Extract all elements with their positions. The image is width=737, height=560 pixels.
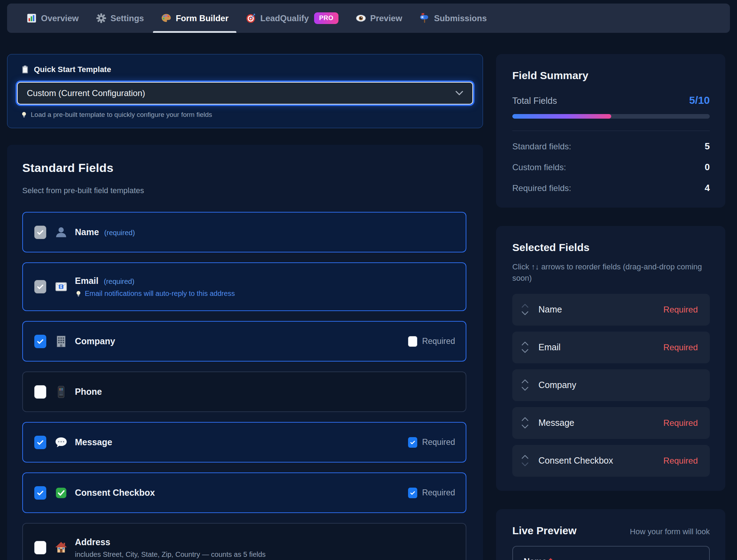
summary-row-value: 5 — [705, 141, 710, 152]
required-checkbox[interactable] — [408, 437, 417, 448]
move-up-button[interactable] — [521, 417, 529, 421]
summary-row: Required fields: 4 — [512, 183, 710, 193]
total-fields-label: Total Fields — [512, 96, 557, 106]
gear-icon — [96, 13, 107, 24]
field-card-address[interactable]: Address includes Street, City, State, Zi… — [22, 523, 466, 560]
speech-bubble-icon — [54, 436, 68, 449]
template-select[interactable]: Custom (Current Configuration) — [17, 82, 473, 105]
chevron-down-icon — [521, 424, 529, 429]
total-fields-value: 5/10 — [689, 94, 710, 106]
field-checkbox[interactable] — [34, 436, 46, 449]
tab-label: Form Builder — [176, 13, 228, 23]
selected-item-label: Message — [538, 418, 574, 428]
move-up-button — [521, 304, 529, 308]
palette-icon — [161, 13, 172, 24]
field-text: Company — [75, 336, 115, 346]
chevron-down-icon — [521, 349, 529, 353]
field-checkbox[interactable] — [34, 385, 46, 399]
reorder-arrows — [521, 455, 529, 466]
tab-submissions[interactable]: Submissions — [411, 4, 495, 33]
chevron-up-icon — [521, 341, 529, 346]
required-checkbox[interactable] — [408, 336, 417, 347]
chevron-up-icon — [521, 417, 529, 421]
field-checkbox-disabled — [34, 226, 46, 239]
required-label: Required — [422, 336, 455, 346]
check-icon — [36, 228, 45, 237]
selected-fields-subtitle: Click ↑↓ arrows to reorder fields (drag-… — [512, 261, 710, 284]
tab-preview[interactable]: Preview — [347, 4, 411, 33]
clipboard-icon — [20, 65, 30, 74]
selected-item-email: Email Required — [512, 332, 710, 363]
move-down-button[interactable] — [521, 424, 529, 429]
reorder-arrows — [521, 304, 529, 315]
field-card-message[interactable]: Message Required — [22, 422, 466, 463]
move-down-button[interactable] — [521, 311, 529, 315]
chevron-up-icon — [521, 455, 529, 459]
field-label: Address — [75, 537, 110, 547]
bulb-icon — [20, 111, 28, 118]
bulb-icon — [75, 290, 82, 297]
preview-field-label: Name* — [524, 556, 698, 560]
reorder-arrows — [521, 417, 529, 429]
field-checkbox[interactable] — [34, 335, 46, 348]
selected-item-consent: Consent Checkbox Required — [512, 445, 710, 477]
page-body: Quick Start Template Custom (Current Con… — [0, 33, 737, 560]
tab-form-builder[interactable]: Form Builder — [152, 4, 237, 33]
selected-item-label: Email — [538, 342, 561, 352]
check-icon — [409, 490, 416, 496]
live-preview-title: Live Preview — [512, 525, 577, 537]
required-badge: Required — [664, 305, 698, 315]
target-icon — [246, 13, 257, 24]
field-card-company[interactable]: Company Required — [22, 321, 466, 362]
chevron-down-icon — [521, 311, 529, 315]
field-checkbox-disabled — [34, 280, 46, 293]
tab-leadqualify[interactable]: LeadQualify PRO — [237, 4, 347, 33]
move-down-button[interactable] — [521, 349, 529, 353]
move-up-button[interactable] — [521, 455, 529, 459]
field-text: Address includes Street, City, State, Zi… — [75, 537, 266, 559]
field-checkbox[interactable] — [34, 486, 46, 500]
summary-row-value: 0 — [705, 162, 710, 173]
standard-fields-subtitle: Select from pre-built field templates — [22, 186, 466, 195]
move-up-button[interactable] — [521, 379, 529, 383]
divider — [512, 131, 710, 131]
field-checkbox[interactable] — [34, 541, 46, 554]
field-card-phone[interactable]: Phone — [22, 371, 466, 412]
field-card-email[interactable]: Email (required) Email notifications wil… — [22, 262, 466, 311]
green-check-icon — [54, 486, 68, 500]
mailbox-icon — [419, 13, 430, 24]
required-badge: Required — [664, 342, 698, 352]
field-hint: Email notifications will auto-reply to t… — [75, 290, 235, 298]
move-up-button[interactable] — [521, 341, 529, 346]
required-checkbox[interactable] — [408, 488, 417, 498]
selected-fields-title: Selected Fields — [512, 242, 710, 254]
fields-progress-bar — [512, 114, 710, 119]
chevron-down-icon — [521, 387, 529, 391]
required-toggle-group: Required — [408, 488, 455, 498]
quick-start-hint: Load a pre-built template to quickly con… — [20, 111, 473, 119]
field-card-consent[interactable]: Consent Checkbox Required — [22, 472, 466, 513]
chevron-down-icon — [521, 462, 529, 466]
eye-icon — [355, 13, 366, 24]
summary-row-label: Required fields: — [512, 183, 571, 193]
move-down-button[interactable] — [521, 387, 529, 391]
check-icon — [36, 337, 45, 346]
field-label: Name — [75, 227, 99, 237]
selected-item-label: Name — [538, 304, 562, 315]
field-card-name[interactable]: Name (required) — [22, 212, 466, 252]
quick-start-label-row: Quick Start Template — [20, 65, 473, 74]
house-icon — [54, 541, 68, 554]
field-label: Phone — [75, 387, 102, 397]
tab-overview[interactable]: Overview — [18, 4, 87, 33]
building-icon — [54, 335, 68, 348]
quick-start-hint-text: Load a pre-built template to quickly con… — [31, 111, 212, 119]
main-column: Quick Start Template Custom (Current Con… — [7, 54, 483, 560]
field-summary-title: Field Summary — [512, 70, 710, 82]
required-toggle-group: Required — [408, 437, 455, 448]
summary-row-value: 4 — [705, 183, 710, 193]
field-summary-panel: Field Summary Total Fields 5/10 Standard… — [496, 54, 725, 208]
preview-field-label-text: Name — [524, 556, 547, 560]
tab-settings[interactable]: Settings — [87, 4, 153, 33]
field-text: Consent Checkbox — [75, 488, 155, 498]
live-preview-subtitle: How your form will look — [630, 527, 710, 536]
